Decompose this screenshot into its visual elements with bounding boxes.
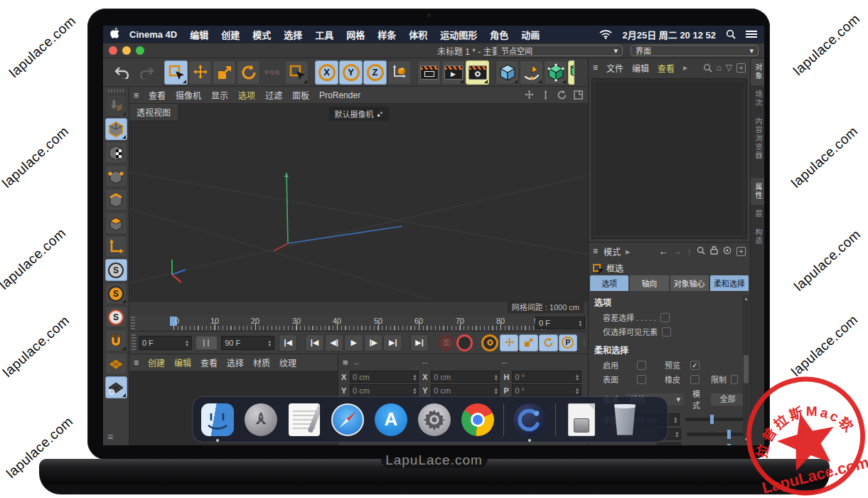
menu-spline[interactable]: 样条 xyxy=(377,28,396,41)
object-list[interactable] xyxy=(591,78,747,239)
ruler-grip[interactable] xyxy=(131,317,135,329)
tab-takes[interactable]: 场次 xyxy=(751,85,764,112)
vp-menu-options[interactable]: 选项 xyxy=(238,89,255,101)
dock-launchpad-icon[interactable] xyxy=(243,402,279,438)
view-name-label[interactable]: 透视视图 xyxy=(129,104,178,120)
menu-character[interactable]: 角色 xyxy=(490,28,508,41)
stepper-icon[interactable]: ▴▾ xyxy=(268,339,271,346)
minimize-window-button[interactable] xyxy=(122,46,131,55)
menu-create[interactable]: 创建 xyxy=(221,28,240,41)
scale-tool[interactable] xyxy=(213,60,236,85)
y-axis-lock-button[interactable]: Y xyxy=(339,60,363,85)
range-start-field[interactable]: 0 F ▴▾ xyxy=(139,336,192,350)
menubar-clock[interactable]: 2月25日 周二 20 12 52 xyxy=(622,28,716,41)
enable-snap-button[interactable]: S xyxy=(105,259,127,281)
obj-menu-edit[interactable]: 编辑 xyxy=(632,62,649,74)
vp-menu-prorender[interactable]: ProRender xyxy=(319,90,360,100)
texture-mode-button[interactable] xyxy=(105,142,127,164)
apple-menu-icon[interactable] xyxy=(110,28,119,41)
dock-chrome-icon[interactable] xyxy=(460,402,495,438)
mat-menu-material[interactable]: 材质 xyxy=(253,356,270,369)
record-keyframe-button[interactable]: ⚿ xyxy=(438,334,455,351)
path-up-icon[interactable]: ⌂ xyxy=(717,63,722,73)
playbar-grip[interactable] xyxy=(132,334,136,351)
menu-overflow-icon[interactable]: ▸ xyxy=(626,246,631,257)
vp-menu-camera[interactable]: 摄像机 xyxy=(176,89,201,101)
tab-content-browser[interactable]: 内容浏览器 xyxy=(751,112,764,165)
edge-mode-button[interactable] xyxy=(105,189,127,211)
prev-frame-button[interactable]: ◀| xyxy=(325,334,344,351)
next-frame-button[interactable]: |▶ xyxy=(364,334,383,351)
clipped-toolbar-button[interactable] xyxy=(568,60,574,85)
viewport-rotate-icon[interactable] xyxy=(557,90,567,100)
mat-menu-texture[interactable]: 纹理 xyxy=(279,356,296,369)
snap-workplane-button[interactable] xyxy=(105,376,127,398)
next-key-button[interactable]: ▶| xyxy=(383,334,402,351)
vp-menu-panel[interactable]: 面板 xyxy=(292,89,309,101)
vp-menu-display[interactable]: 显示 xyxy=(211,89,228,101)
make-editable-button[interactable] xyxy=(105,95,127,117)
tab-soft-selection[interactable]: 柔和选择 xyxy=(710,275,749,291)
mat-menu-edit[interactable]: 编辑 xyxy=(174,356,191,369)
search-icon[interactable] xyxy=(703,63,712,73)
history-forward-icon[interactable]: → xyxy=(673,246,682,257)
current-frame-field[interactable]: 0 F ▴▾ xyxy=(535,317,585,329)
quantize-button[interactable]: S xyxy=(105,306,127,328)
tab-axis[interactable]: 轴向 xyxy=(630,275,668,291)
tab-object-axis[interactable]: 对象轴心 xyxy=(670,275,709,291)
lock-icon[interactable] xyxy=(710,245,718,257)
record-scale-toggle[interactable] xyxy=(519,334,538,351)
coord-p-rotation-field[interactable]: 0 °▴▾ xyxy=(512,384,581,396)
vp-menu-view[interactable]: 查看 xyxy=(149,89,166,101)
play-button[interactable]: ▶ xyxy=(344,334,363,351)
limit-checkbox[interactable] xyxy=(731,375,738,384)
dock-cinema4d-icon[interactable] xyxy=(512,402,547,438)
menu-mesh[interactable]: 网格 xyxy=(346,28,365,41)
polygon-mode-button[interactable] xyxy=(105,212,127,234)
rubber-checkbox[interactable] xyxy=(690,375,700,384)
redo-button[interactable] xyxy=(134,60,158,85)
dock-diskimage-icon[interactable] xyxy=(564,402,599,438)
obj-menu-file[interactable]: 文件 xyxy=(606,62,623,74)
options-section-header[interactable]: 选项 xyxy=(589,291,750,310)
close-window-button[interactable] xyxy=(109,46,117,55)
stepper-icon[interactable]: ▴▾ xyxy=(186,339,188,346)
viewport-dolly-icon[interactable] xyxy=(540,90,551,100)
viewport-burger-icon[interactable]: ≡ xyxy=(134,90,139,100)
goto-start-button[interactable]: |◀ xyxy=(279,334,298,351)
menu-mograph[interactable]: 运动图形 xyxy=(440,28,477,41)
attr-menu-mode[interactable]: 模式 xyxy=(604,245,621,258)
soft-selection-section-header[interactable]: 柔和选择 xyxy=(589,339,750,358)
spotlight-icon[interactable] xyxy=(726,29,736,39)
undo-button[interactable] xyxy=(110,60,134,85)
menu-mode[interactable]: 模式 xyxy=(252,28,271,41)
stepper-icon[interactable]: ▴▾ xyxy=(579,319,582,327)
rotate-tool[interactable] xyxy=(237,60,260,85)
zoom-window-button[interactable] xyxy=(136,46,144,55)
render-picture-viewer-button[interactable]: ▶ xyxy=(441,60,465,85)
autokey-button[interactable] xyxy=(456,334,473,351)
live-selection-tool[interactable] xyxy=(164,60,188,85)
model-mode-button[interactable] xyxy=(105,118,127,140)
move-tool[interactable] xyxy=(188,60,212,85)
range-end-field[interactable]: 90 F ▴▾ xyxy=(221,336,274,350)
dock-textedit-icon[interactable] xyxy=(286,402,322,438)
tab-structure[interactable]: 构造 xyxy=(751,223,764,250)
menu-tools[interactable]: 工具 xyxy=(315,28,333,41)
viewport-canvas[interactable]: Y Z X 透视视图 默认摄像机 网格间距 : 1000 cm xyxy=(129,104,588,315)
scrollbar-thumb[interactable] xyxy=(744,355,749,383)
tab-layers[interactable]: 层 xyxy=(751,205,764,223)
menu-volume[interactable]: 体积 xyxy=(409,28,427,41)
coord-x-position-field[interactable]: 0 cm▴▾ xyxy=(350,371,419,383)
object-burger-icon[interactable]: ≡ xyxy=(593,63,598,73)
target-icon[interactable] xyxy=(723,246,732,257)
tab-options[interactable]: 选项 xyxy=(590,275,628,291)
coordinate-system-button[interactable] xyxy=(387,60,411,85)
snap-settings-button[interactable]: S xyxy=(105,282,127,304)
layout-dropdown[interactable]: 界面▾ xyxy=(631,45,759,56)
preview-checkbox[interactable]: ✓ xyxy=(690,361,700,370)
preview-range-slider[interactable] xyxy=(196,337,217,349)
camera-name-label[interactable]: 默认摄像机 xyxy=(329,107,389,121)
scroll-up-icon[interactable]: ▴ xyxy=(744,295,747,302)
axis-mode-button[interactable] xyxy=(105,235,127,258)
